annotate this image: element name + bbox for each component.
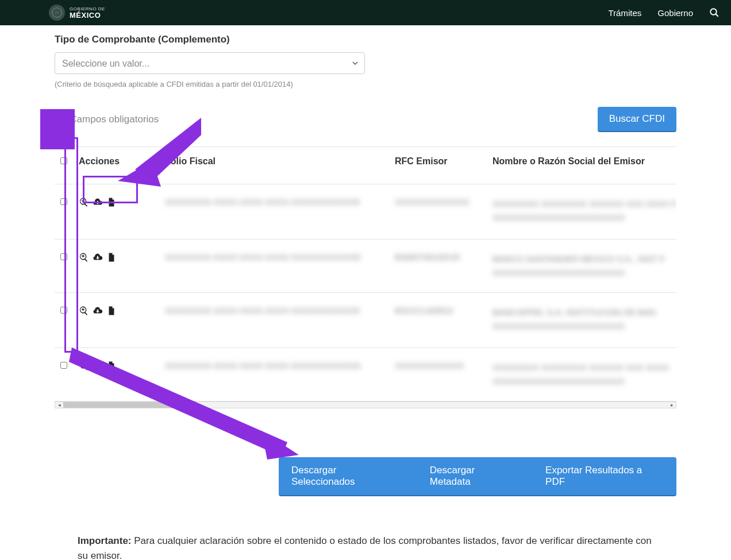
table-row: XXXXXXXX-XXXX-XXXX-XXXX-XXXXXXXXXXX5 BSC… xyxy=(55,293,676,348)
buscar-cfdi-button[interactable]: Buscar CFDI xyxy=(598,107,676,132)
nav-gobierno[interactable]: Gobierno xyxy=(657,8,693,18)
nombre-emisor-value: BANCO SANTANDER MEXICO S.A., INST FXXXXX… xyxy=(493,252,676,280)
rfc-emisor-value: XXXXXXXXXXXX3 xyxy=(395,197,481,207)
tipo-comprobante-select[interactable]: Seleccione un valor... xyxy=(55,52,365,74)
gov-header: GOBIERNO DE MÉXICO Trámites Gobierno xyxy=(0,0,731,25)
col-header-folio: Folio Fiscal xyxy=(159,147,389,184)
download-icon[interactable] xyxy=(93,361,103,373)
gov-seal-icon xyxy=(49,5,65,21)
criteria-note: (Criterio de búsqueda aplicable a CFDI e… xyxy=(55,80,676,88)
folio-fiscal-value: XXXXXXXX-XXXX-XXXX-XXXX-XXXXXXXXXXX5 xyxy=(165,306,383,315)
note-text: Para cualquier aclaración sobre el conte… xyxy=(78,535,652,560)
scrollbar-thumb[interactable] xyxy=(63,402,196,408)
rfc-emisor-value: BSC011409G3 xyxy=(395,306,481,315)
results-table: Acciones Folio Fiscal RFC Emisor Nombre … xyxy=(55,147,676,401)
logo-text-bottom: MÉXICO xyxy=(70,11,105,19)
required-fields-note: * Campos obligatorios xyxy=(63,114,159,125)
document-icon[interactable] xyxy=(106,197,117,210)
descargar-seleccionados-button[interactable]: Descargar Seleccionados xyxy=(291,465,402,488)
table-row: XXXXXXXX-XXXX-XXXX-XXXX-XXXXXXXXXXX9 XXX… xyxy=(55,184,676,240)
select-all-checkbox[interactable] xyxy=(60,157,67,164)
view-detail-icon[interactable] xyxy=(79,197,89,210)
important-note: Importante: Para cualquier aclaración so… xyxy=(78,534,653,560)
rfc-emisor-value: BSM070510DU9 xyxy=(395,252,481,262)
download-icon[interactable] xyxy=(93,306,103,318)
download-icon[interactable] xyxy=(93,197,103,210)
col-header-acciones: Acciones xyxy=(73,147,159,184)
download-icon[interactable] xyxy=(93,252,103,265)
svg-point-1 xyxy=(710,9,717,15)
folio-fiscal-value: XXXXXXXX-XXXX-XXXX-XXXX-XXXXXXXXXXX9 xyxy=(165,197,383,207)
header-nav: Trámites Gobierno xyxy=(609,7,720,18)
view-detail-icon[interactable] xyxy=(79,361,89,373)
table-row: XXXXXXXX-XXXX-XXXX-XXXX-XXXXXXXXXXXD BSM… xyxy=(55,240,676,293)
nombre-emisor-value: BANCOPPEL S.A. INSTITUCION DE BAN XXXXXX… xyxy=(493,306,676,333)
scroll-left-arrow[interactable]: ◂ xyxy=(55,402,63,408)
document-icon[interactable] xyxy=(106,361,117,373)
exportar-pdf-button[interactable]: Exportar Resultados a PDF xyxy=(545,465,664,488)
view-detail-icon[interactable] xyxy=(79,306,89,318)
row-checkbox[interactable] xyxy=(60,362,67,369)
logo[interactable]: GOBIERNO DE MÉXICO xyxy=(49,5,105,21)
download-action-bar: Descargar Seleccionados Descargar Metada… xyxy=(279,457,676,496)
row-checkbox[interactable] xyxy=(60,198,67,205)
horizontal-scrollbar[interactable]: ◂ ▸ xyxy=(55,401,676,408)
row-checkbox[interactable] xyxy=(60,307,67,314)
table-row: XXXXXXXX-XXXX-XXXX-XXXX-XXXXXXXXXXXA XXX… xyxy=(55,348,676,401)
nombre-emisor-value: XXXXXXXX XXXXXXXX XXXXXX XXX XXXX XXXXXX… xyxy=(493,361,676,388)
folio-fiscal-value: XXXXXXXX-XXXX-XXXX-XXXX-XXXXXXXXXXXA xyxy=(165,361,383,370)
svg-point-0 xyxy=(52,8,62,18)
svg-line-2 xyxy=(715,14,718,17)
row-checkbox[interactable] xyxy=(60,253,67,260)
rfc-emisor-value: XXXXXXXXXXXX xyxy=(395,361,481,370)
results-table-wrap: Acciones Folio Fiscal RFC Emisor Nombre … xyxy=(55,146,676,401)
scroll-right-arrow[interactable]: ▸ xyxy=(668,402,676,408)
nav-tramites[interactable]: Trámites xyxy=(609,8,642,18)
col-header-rfc: RFC Emisor xyxy=(389,147,487,184)
view-detail-icon[interactable] xyxy=(79,252,89,265)
logo-text: GOBIERNO DE MÉXICO xyxy=(70,7,105,19)
note-prefix: Importante: xyxy=(78,535,132,546)
search-icon[interactable] xyxy=(709,7,720,18)
descargar-metadata-button[interactable]: Descargar Metadata xyxy=(430,465,518,488)
document-icon[interactable] xyxy=(106,252,117,265)
document-icon[interactable] xyxy=(106,306,117,318)
folio-fiscal-value: XXXXXXXX-XXXX-XXXX-XXXX-XXXXXXXXXXXD xyxy=(165,252,383,262)
nombre-emisor-value: XXXXXXXX XXXXXXXX XXXXXX XXX XXXX FXXXXX… xyxy=(493,197,676,225)
col-header-nombre: Nombre o Razón Social del Emisor xyxy=(487,147,676,184)
tipo-comprobante-label: Tipo de Comprobante (Complemento) xyxy=(55,34,676,45)
